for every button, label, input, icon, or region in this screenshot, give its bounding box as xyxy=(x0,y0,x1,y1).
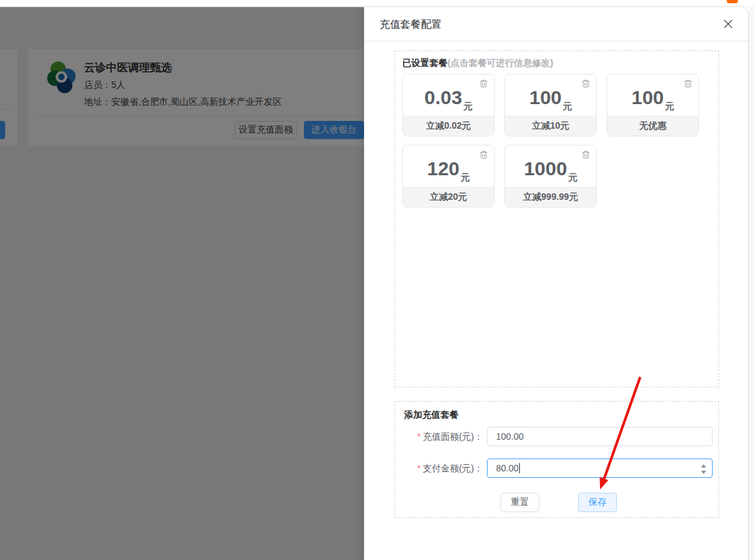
drawer-header: 充值套餐配置 xyxy=(364,7,748,41)
page-panel: 云诊中医调理甄选 店员：5人 地址：安徽省,合肥市,蜀山区,高新技术产业开发区 … xyxy=(0,6,749,560)
delete-icon[interactable] xyxy=(684,79,693,88)
store-list-page: 云诊中医调理甄选 店员：5人 地址：安徽省,合肥市,蜀山区,高新技术产业开发区 … xyxy=(0,7,364,560)
amount-unit: 元 xyxy=(568,172,577,187)
required-asterisk: * xyxy=(417,463,420,473)
package-card[interactable]: 0.03 元 立减0.02元 xyxy=(402,74,495,136)
browser-scrollbar[interactable] xyxy=(749,0,754,560)
required-asterisk: * xyxy=(417,431,420,442)
package-card[interactable]: 100 元 无优惠 xyxy=(607,74,699,136)
browser-top-strip xyxy=(0,0,754,6)
heading-note: (点击套餐可进行信息修改) xyxy=(447,58,553,68)
recharge-config-drawer: 充值套餐配置 已设置套餐(点击套餐可进行信息修改) xyxy=(364,7,748,560)
package-discount: 立减20元 xyxy=(403,187,494,207)
text-cursor xyxy=(519,463,520,473)
amount-value: 1000 xyxy=(524,158,567,180)
pay-amount-row: *支付金额(元)： 80.00 xyxy=(395,458,718,478)
number-stepper[interactable] xyxy=(701,459,706,479)
configured-packages-section: 已设置套餐(点击套餐可进行信息修改) 0.03 xyxy=(394,50,719,387)
amount-value: 0.03 xyxy=(424,87,462,109)
package-card[interactable]: 100 元 立减10元 xyxy=(504,74,597,136)
app-root: 云诊中医调理甄选 店员：5人 地址：安徽省,合肥市,蜀山区,高新技术产业开发区 … xyxy=(0,0,754,560)
amount-value: 120 xyxy=(427,158,459,180)
amount-unit: 元 xyxy=(464,101,473,116)
recharge-amount-input[interactable]: 100.00 xyxy=(487,427,713,446)
package-discount: 立减999.99元 xyxy=(505,187,596,207)
package-discount: 无优惠 xyxy=(607,116,698,136)
form-buttons: 重置 保存 xyxy=(395,493,718,512)
delete-icon[interactable] xyxy=(581,79,590,88)
package-card[interactable]: 120 元 立减20元 xyxy=(402,145,495,208)
package-discount: 立减10元 xyxy=(505,116,596,136)
recharge-amount-label: *充值面额(元)： xyxy=(400,427,483,446)
pay-amount-label: *支付金额(元)： xyxy=(400,458,483,478)
delete-icon[interactable] xyxy=(479,150,488,159)
add-package-heading: 添加充值套餐 xyxy=(404,409,458,421)
amount-value: 100 xyxy=(631,87,663,109)
amount-value: 100 xyxy=(529,87,561,109)
label-text: 充值面额(元)： xyxy=(423,431,483,442)
stepper-up-icon[interactable] xyxy=(701,464,706,468)
stepper-down-icon[interactable] xyxy=(701,471,706,474)
input-value: 100.00 xyxy=(496,431,524,442)
add-package-section: 添加充值套餐 *充值面额(元)： 100.00 *支付金额(元)： 80.00 xyxy=(394,401,719,518)
label-text: 支付金额(元)： xyxy=(423,463,483,473)
drawer-title: 充值套餐配置 xyxy=(380,7,442,41)
recharge-amount-row: *充值面额(元)： 100.00 xyxy=(395,427,718,446)
package-card[interactable]: 1000 元 立减999.99元 xyxy=(504,145,597,208)
amount-unit: 元 xyxy=(563,101,572,116)
amount-unit: 元 xyxy=(461,172,470,187)
close-icon[interactable] xyxy=(722,18,734,30)
package-grid: 0.03 元 立减0.02元 xyxy=(402,74,713,208)
amount-unit: 元 xyxy=(665,101,674,116)
save-button[interactable]: 保存 xyxy=(578,493,617,512)
reset-button[interactable]: 重置 xyxy=(501,493,539,512)
modal-overlay[interactable] xyxy=(0,7,364,560)
pay-amount-input[interactable]: 80.00 xyxy=(487,458,713,478)
delete-icon[interactable] xyxy=(581,150,590,159)
heading-text: 已设置套餐 xyxy=(402,58,447,68)
package-discount: 立减0.02元 xyxy=(403,116,494,136)
browser-extension-icon[interactable] xyxy=(727,0,738,3)
input-value: 80.00 xyxy=(496,463,519,473)
configured-packages-heading: 已设置套餐(点击套餐可进行信息修改) xyxy=(402,58,553,69)
delete-icon[interactable] xyxy=(479,79,488,88)
